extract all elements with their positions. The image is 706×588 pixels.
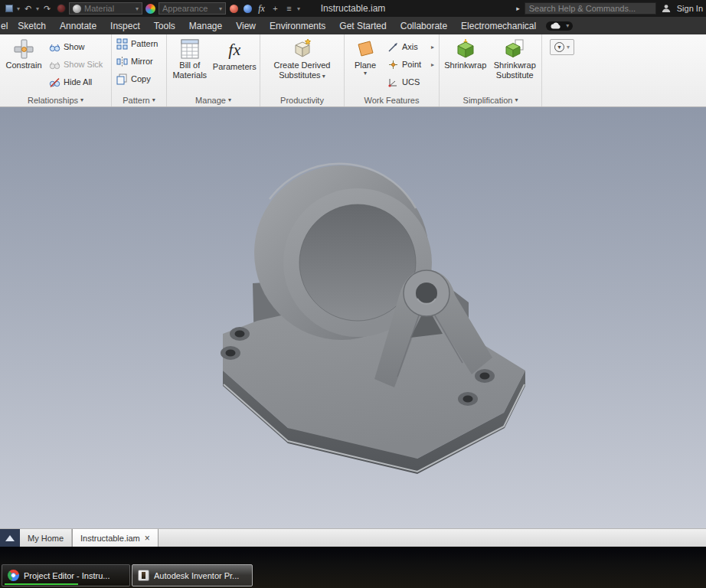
bom-label-line2: Materials xyxy=(172,70,207,80)
ribbon-tab-tools[interactable]: Tools xyxy=(147,17,182,34)
ribbon-tab-collaborate[interactable]: Collaborate xyxy=(394,17,454,34)
tab-close-icon[interactable]: × xyxy=(145,533,150,544)
hide-all-label: Hide All xyxy=(64,77,92,87)
appearance-combo-label: Appearance xyxy=(162,4,216,13)
chrome-icon xyxy=(8,570,19,581)
parameters-quick-icon[interactable]: fx xyxy=(256,3,267,15)
panel-productivity: Create Derived Substitutes Productivity xyxy=(260,34,345,106)
taskbar-item-inventor[interactable]: Autodesk Inventor Pr... xyxy=(132,564,253,586)
show-label: Show xyxy=(64,42,85,51)
model-viewport[interactable] xyxy=(0,107,706,528)
ribbon-tab-get-started[interactable]: Get Started xyxy=(332,17,393,34)
bill-of-materials-button[interactable]: Bill of Materials xyxy=(169,37,211,93)
bill-of-materials-icon xyxy=(179,38,201,60)
model-assembly[interactable] xyxy=(221,164,525,474)
simplification-panel-label[interactable]: Simplification xyxy=(440,93,541,106)
document-tab-bar: My Home Instructable.iam × xyxy=(0,528,706,547)
create-derived-label-line1: Create Derived xyxy=(274,60,331,70)
material-caret-icon: ▾ xyxy=(136,5,139,12)
ribbon-tab-assemble[interactable]: el xyxy=(0,17,11,34)
ribbon-tab-manage[interactable]: Manage xyxy=(182,17,229,34)
ribbon-tab-sketch[interactable]: Sketch xyxy=(11,17,53,34)
ribbon-tab-environments[interactable]: Environments xyxy=(263,17,332,34)
panel-manage: Bill of Materials fx Parameters Manage xyxy=(167,34,260,106)
point-button[interactable]: Point ▸ xyxy=(385,58,436,70)
show-icon xyxy=(49,41,60,53)
ucs-button[interactable]: UCS xyxy=(385,76,436,88)
triangle-up-icon xyxy=(5,535,15,541)
mirror-button[interactable]: Mirror xyxy=(114,55,164,67)
redo-icon[interactable]: ↷ xyxy=(41,3,53,15)
relationships-panel-label[interactable]: Relationships xyxy=(0,93,111,106)
point-label: Point xyxy=(402,60,421,69)
undo-icon[interactable]: ↶ xyxy=(22,3,34,15)
manage-panel-label[interactable]: Manage xyxy=(167,93,260,106)
shrinkwrap-substitute-button[interactable]: Shrinkwrap Substitute xyxy=(491,37,539,93)
show-sick-icon xyxy=(49,59,60,70)
show-button[interactable]: Show xyxy=(47,41,105,53)
tab-instructable[interactable]: Instructable.iam × xyxy=(72,529,159,547)
ribbon-tab-annotate[interactable]: Annotate xyxy=(53,17,103,34)
pattern-panel-label[interactable]: Pattern xyxy=(112,93,166,106)
axis-label: Axis xyxy=(402,42,418,51)
constrain-button[interactable]: Constrain xyxy=(2,37,45,93)
plane-button[interactable]: Plane xyxy=(347,37,384,93)
help-search-input[interactable] xyxy=(525,2,656,15)
ribbon: Constrain Show xyxy=(0,34,706,107)
constrain-icon xyxy=(13,38,34,60)
copy-button[interactable]: Copy xyxy=(114,73,164,85)
ucs-icon xyxy=(387,77,399,88)
point-flyout-icon[interactable]: ▸ xyxy=(427,61,434,68)
ribbon-expander-button[interactable]: ▼ ▾ xyxy=(550,39,574,55)
panel-relationships: Constrain Show xyxy=(0,34,112,106)
undo-caret-icon[interactable]: ▾ xyxy=(36,5,39,12)
shrinkwrap-button[interactable]: Shrinkwrap xyxy=(442,37,489,93)
create-derived-substitutes-button[interactable]: Create Derived Substitutes xyxy=(264,37,341,93)
panel-work-features: Plane Axis ▸ xyxy=(345,34,440,106)
ribbon-tab-electromechanical[interactable]: Electromechanical xyxy=(454,17,543,34)
axis-flyout-icon[interactable]: ▸ xyxy=(427,44,434,51)
model-3d-view[interactable] xyxy=(0,107,706,528)
measure-plus-icon[interactable]: + xyxy=(270,3,281,15)
expander-caret-icon: ▾ xyxy=(567,44,570,51)
taskbar-item-inventor-label: Autodesk Inventor Pr... xyxy=(154,571,239,580)
productivity-panel-label[interactable]: Productivity xyxy=(260,93,344,106)
pattern-icon xyxy=(116,38,128,50)
tab-my-home-label: My Home xyxy=(28,534,64,543)
ribbon-tab-inspect[interactable]: Inspect xyxy=(103,17,147,34)
create-derived-label-line2: Substitutes xyxy=(279,70,325,81)
sign-in-button[interactable]: Sign In xyxy=(677,4,703,13)
ribbon-tab-bar: el Sketch Annotate Inspect Tools Manage … xyxy=(0,17,706,34)
search-collapse-icon[interactable]: ▸ xyxy=(516,5,520,12)
windows-taskbar: Project Editor - Instru... Autodesk Inve… xyxy=(0,547,706,588)
ucs-label: UCS xyxy=(402,77,420,87)
cloud-caret-icon: ▾ xyxy=(566,22,569,29)
material-combo[interactable]: Material ▾ xyxy=(69,2,142,15)
appearance-combo[interactable]: Appearance ▾ xyxy=(159,2,226,15)
title-bar: ▾ ↶ ▾ ↷ Material ▾ Appearance ▾ fx + ≡ ▾… xyxy=(0,0,706,17)
browser-panel-toggle[interactable] xyxy=(0,529,20,547)
parameters-button[interactable]: fx Parameters xyxy=(212,37,257,93)
axis-button[interactable]: Axis ▸ xyxy=(385,41,436,53)
shrinkwrap-substitute-icon xyxy=(504,38,525,60)
app-menu-caret-icon[interactable]: ▾ xyxy=(17,5,20,12)
work-features-panel-label[interactable]: Work Features xyxy=(345,93,439,106)
plane-icon xyxy=(355,38,376,60)
a360-cloud-icon[interactable]: ▾ xyxy=(546,21,573,31)
appearance-sphere-blue-icon[interactable] xyxy=(242,3,253,15)
pattern-button[interactable]: Pattern xyxy=(114,38,164,50)
color-wheel-icon[interactable] xyxy=(145,3,156,15)
appearance-sphere-red-icon[interactable] xyxy=(228,3,240,15)
ribbon-tab-view[interactable]: View xyxy=(229,17,263,34)
app-menu-icon[interactable] xyxy=(3,3,15,15)
show-sick-button[interactable]: Show Sick xyxy=(47,58,105,70)
update-icon[interactable] xyxy=(55,3,67,15)
hamburger-icon[interactable]: ≡ xyxy=(283,3,295,15)
panel-pattern: Pattern Mirror Copy xyxy=(112,34,167,106)
hide-all-button[interactable]: Hide All xyxy=(47,76,105,88)
mirror-icon xyxy=(116,56,128,67)
user-icon xyxy=(661,3,672,15)
taskbar-item-project-editor[interactable]: Project Editor - Instru... xyxy=(2,564,130,586)
hamburger-caret-icon[interactable]: ▾ xyxy=(297,5,300,12)
tab-my-home[interactable]: My Home xyxy=(20,529,72,547)
